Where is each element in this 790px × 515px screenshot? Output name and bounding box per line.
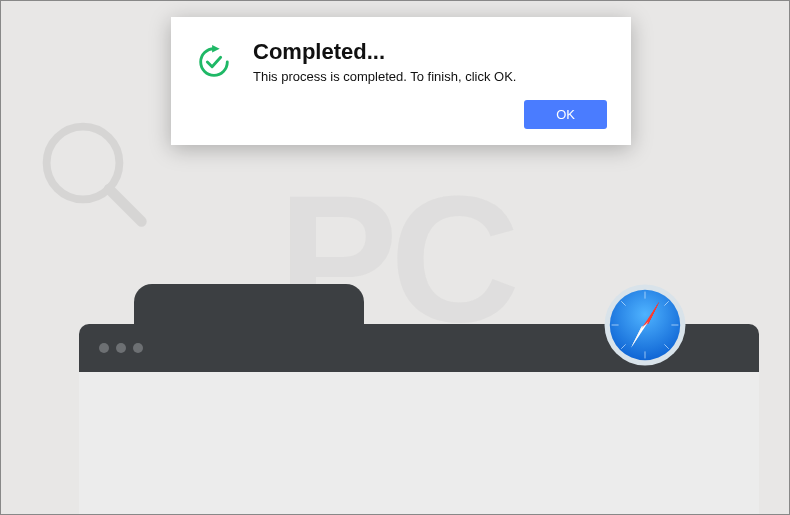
watermark-magnifier-icon bbox=[31, 111, 161, 241]
dialog-actions: OK bbox=[253, 100, 607, 129]
safari-icon bbox=[601, 281, 689, 369]
traffic-light-zoom bbox=[133, 343, 143, 353]
traffic-light-close bbox=[99, 343, 109, 353]
completed-dialog: Completed... This process is completed. … bbox=[171, 17, 631, 145]
traffic-light-minimize bbox=[116, 343, 126, 353]
svg-line-1 bbox=[109, 189, 142, 222]
browser-content-area bbox=[79, 372, 759, 515]
browser-tab bbox=[134, 284, 364, 326]
ok-button[interactable]: OK bbox=[524, 100, 607, 129]
dialog-message: This process is completed. To finish, cl… bbox=[253, 69, 607, 84]
dialog-title: Completed... bbox=[253, 39, 607, 65]
dialog-content: Completed... This process is completed. … bbox=[253, 39, 607, 129]
svg-point-0 bbox=[47, 127, 120, 200]
checkmark-refresh-icon bbox=[195, 67, 233, 84]
dialog-icon-wrap bbox=[195, 39, 233, 129]
svg-marker-25 bbox=[212, 45, 220, 53]
